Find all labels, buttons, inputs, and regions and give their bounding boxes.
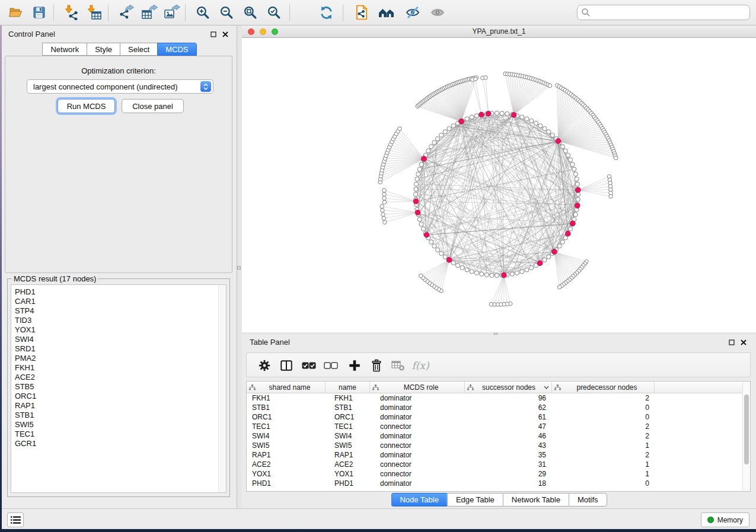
column-header[interactable]: MCDS role — [370, 382, 465, 393]
table-settings-button[interactable] — [255, 356, 274, 375]
criterion-value: largest connected component (undirected) — [27, 82, 200, 91]
split-view-icon — [280, 359, 293, 372]
run-mcds-button[interactable]: Run MCDS — [58, 99, 115, 113]
mcds-result-item[interactable]: TID3 — [15, 316, 226, 325]
table-panel: Table Panel — [242, 335, 756, 508]
criterion-select[interactable]: largest connected component (undirected) — [27, 79, 213, 94]
table-row[interactable]: TEC1 TEC1 connector 47 2 — [247, 422, 742, 431]
mcds-list-scrollbar[interactable] — [218, 285, 226, 492]
deselect-all-rows-button[interactable] — [321, 356, 340, 375]
mcds-result-item[interactable]: PMA2 — [15, 354, 226, 363]
memory-button[interactable]: Memory — [701, 512, 749, 527]
splitter-handle[interactable] — [237, 266, 241, 270]
refresh-view-button[interactable] — [315, 2, 337, 23]
mcds-result-legend: MCDS result (17 nodes) — [12, 274, 98, 283]
mcds-result-item[interactable]: STP4 — [15, 306, 226, 316]
control-panel-tab[interactable]: Network — [42, 43, 87, 56]
network-window: YPA_prune.txt_1 — [242, 25, 756, 332]
mcds-result-item[interactable]: STB1 — [15, 411, 226, 420]
open-file-button[interactable] — [5, 2, 26, 23]
table-scrollbar[interactable] — [742, 382, 750, 491]
zoom-in-icon — [196, 5, 210, 20]
zoom-selected-button[interactable] — [263, 2, 285, 23]
search-icon — [581, 8, 591, 17]
close-icon — [741, 339, 747, 345]
vertical-splitter[interactable] — [237, 25, 242, 508]
table-row[interactable]: YOX1 YOX1 connector 29 1 — [247, 469, 742, 479]
mcds-result-item[interactable]: ACE2 — [15, 373, 226, 382]
zoom-fit-button[interactable] — [240, 2, 261, 23]
import-table-button[interactable] — [83, 2, 104, 23]
table-row[interactable]: RAP1 RAP1 dominator 35 2 — [247, 450, 742, 460]
column-header[interactable]: predecessor nodes — [552, 382, 655, 393]
first-neighbors-button[interactable] — [376, 2, 397, 23]
column-header[interactable]: name — [326, 382, 370, 393]
column-header[interactable]: shared name — [247, 382, 326, 393]
export-network-button[interactable] — [116, 2, 138, 23]
mcds-result-item[interactable]: GCR1 — [15, 439, 226, 448]
table-row[interactable]: SWI4 SWI4 dominator 46 2 — [247, 431, 742, 441]
mcds-result-item[interactable]: YOX1 — [15, 325, 226, 335]
export-table-button[interactable] — [139, 2, 160, 23]
float-icon — [729, 339, 735, 345]
create-column-button[interactable] — [345, 356, 364, 375]
export-table-icon — [141, 5, 158, 20]
table-tab[interactable]: Network Table — [503, 493, 569, 507]
table-tab[interactable]: Edge Table — [447, 493, 503, 507]
export-network-icon — [119, 5, 135, 20]
mcds-result-item[interactable]: RAP1 — [15, 401, 226, 411]
table-header: shared name name MCDS role successor nod… — [247, 382, 742, 393]
table-row[interactable]: ACE2 ACE2 connector 31 1 — [247, 460, 742, 469]
network-canvas[interactable] — [242, 38, 756, 332]
status-bar: Memory — [2, 508, 756, 529]
memory-label: Memory — [717, 516, 743, 524]
table-row[interactable]: SWI5 SWI5 connector 43 1 — [247, 441, 742, 450]
folder-icon — [8, 5, 23, 20]
column-header[interactable]: successor nodes — [465, 382, 552, 393]
table-row[interactable]: FKH1 FKH1 dominator 96 2 — [247, 393, 742, 403]
mcds-result-item[interactable]: CAR1 — [15, 297, 226, 306]
table-row[interactable]: STB1 STB1 dominator 62 0 — [247, 403, 742, 412]
delete-table-icon — [391, 360, 406, 371]
import-network-button[interactable] — [60, 2, 82, 23]
table-row[interactable]: PHD1 PHD1 dominator 18 0 — [247, 479, 742, 488]
network-titlebar[interactable]: YPA_prune.txt_1 — [242, 25, 756, 38]
search-input[interactable] — [591, 8, 746, 17]
show-panels-button[interactable] — [7, 512, 24, 527]
save-session-button[interactable] — [28, 2, 50, 23]
mcds-result-item[interactable]: SWI4 — [15, 335, 226, 344]
table-tab[interactable]: Motifs — [569, 493, 607, 507]
select-all-icon — [302, 362, 316, 370]
close-panel-button[interactable] — [221, 30, 229, 39]
search-box — [577, 5, 750, 20]
export-image-button[interactable] — [161, 2, 183, 23]
scrollbar-thumb[interactable] — [744, 395, 749, 464]
mcds-result-item[interactable]: FKH1 — [15, 363, 226, 373]
mcds-result-item[interactable]: STB5 — [15, 382, 226, 392]
zoom-in-button[interactable] — [192, 2, 213, 23]
table-row[interactable]: ORC1 ORC1 dominator 61 0 — [247, 412, 742, 422]
clone-network-button[interactable] — [351, 2, 372, 23]
show-all-button[interactable] — [427, 2, 448, 23]
float-panel-button[interactable] — [209, 30, 218, 39]
mcds-result-item[interactable]: SWI5 — [15, 420, 226, 430]
delete-column-button[interactable] — [367, 356, 386, 375]
show-columns-button[interactable] — [277, 356, 296, 375]
control-panel-tab[interactable]: Select — [120, 43, 157, 56]
float-table-panel-button[interactable] — [728, 338, 736, 347]
toolbar-separator — [343, 5, 343, 21]
mcds-result-item[interactable]: PHD1 — [15, 287, 226, 297]
mcds-result-item[interactable]: ORC1 — [15, 392, 226, 401]
select-all-rows-button[interactable] — [299, 356, 318, 375]
table-tab[interactable]: Node Table — [391, 493, 447, 507]
mcds-result-item[interactable]: SRD1 — [15, 344, 226, 354]
mcds-result-item[interactable]: TEC1 — [15, 430, 226, 439]
hide-selected-button[interactable] — [402, 2, 423, 23]
control-panel-tab[interactable]: Style — [87, 43, 120, 56]
close-table-panel-button[interactable] — [739, 338, 748, 347]
control-panel-tab[interactable]: MCDS — [157, 43, 196, 56]
zoom-out-icon — [219, 5, 234, 20]
zoom-out-button[interactable] — [216, 2, 237, 23]
close-panel-action-button[interactable]: Close panel — [122, 99, 184, 113]
table-tabs: Node TableEdge TableNetwork TableMotifs — [391, 493, 607, 507]
